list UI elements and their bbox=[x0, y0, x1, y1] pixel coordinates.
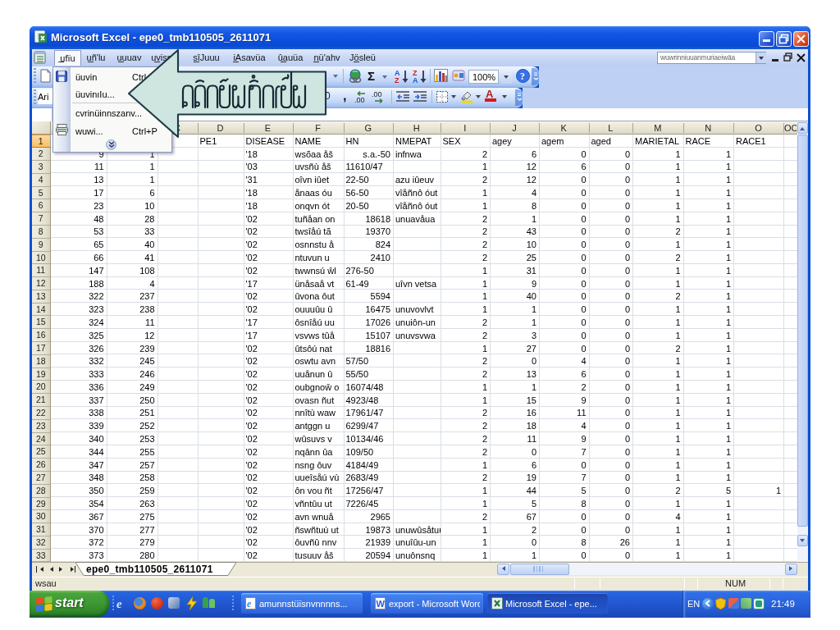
svg-text:e: e bbox=[247, 598, 252, 609]
svg-text:W: W bbox=[377, 598, 386, 608]
